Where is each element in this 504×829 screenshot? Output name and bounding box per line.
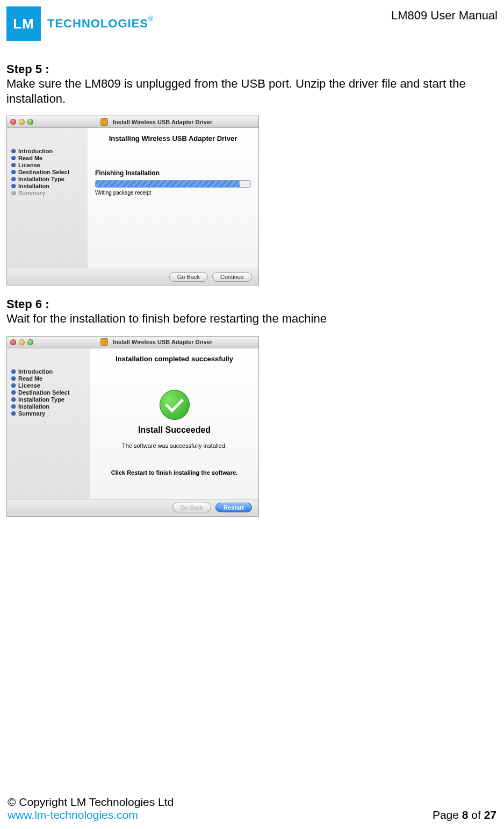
installer-window-2: Install Wireless USB Adapter Driver Intr… [6,336,259,517]
stage-label: Finishing Installation [95,169,251,177]
footer-left: © Copyright LM Technologies Ltd www.lm-t… [8,796,174,821]
sidebar-item: Read Me [11,375,86,382]
progress-bar [95,180,251,188]
zoom-icon[interactable] [27,339,33,345]
page-footer: © Copyright LM Technologies Ltd www.lm-t… [8,796,496,821]
installer-footer: Go Back Restart [7,499,258,516]
restart-button[interactable]: Restart [215,503,252,512]
installer-sidebar: Introduction Read Me License Destination… [7,128,88,268]
step5-body: Make sure the LM809 is unplugged from th… [6,76,498,106]
step6-body: Wait for the installation to finish befo… [6,311,498,326]
sidebar-item: Summary [11,410,86,417]
sidebar-item: Destination Select [11,169,83,175]
success-title: Install Succeeded [98,425,251,435]
registered-mark: ® [148,15,153,23]
page-header: LM TECHNOLOGIES® LM809 User Manual [6,6,498,41]
window-title: Install Wireless USB Adapter Driver [113,119,212,125]
go-back-button: Go Back [172,503,211,512]
sidebar-item: Read Me [11,155,83,161]
logo-mark: LM [6,6,41,41]
package-icon [100,118,108,126]
success-subtitle: The software was successfully installed. [98,442,251,449]
logo: LM TECHNOLOGIES® [6,6,153,41]
close-icon[interactable] [10,339,16,345]
sidebar-item: Installation Type [11,396,86,403]
package-icon [100,338,108,346]
copyright: © Copyright LM Technologies Ltd [8,796,174,809]
titlebar: Install Wireless USB Adapter Driver [7,116,258,128]
status-text: Writing package receipt [95,190,251,196]
installer-heading: Installation completed successfully [98,355,251,363]
success-note: Click Restart to finish installing the s… [98,469,251,476]
sidebar-item: Installation [11,183,83,189]
sidebar-item: Installation [11,403,86,410]
continue-button[interactable]: Continue [212,272,252,282]
titlebar: Install Wireless USB Adapter Driver [7,337,258,348]
installer-sidebar: Introduction Read Me License Destination… [7,348,90,499]
step6-heading: Step 6 : [6,297,498,311]
installer-footer: Go Back Continue [7,268,258,285]
sidebar-item: License [11,162,83,168]
sidebar-item: Installation Type [11,176,83,182]
success-check-icon [160,390,190,420]
page-number: Page 8 of 27 [433,809,496,821]
go-back-button[interactable]: Go Back [169,272,208,282]
installer-main: Installation completed successfully Inst… [90,348,258,499]
zoom-icon[interactable] [27,119,33,125]
sidebar-item: Introduction [11,148,83,154]
logo-text-label: TECHNOLOGIES [47,17,148,30]
minimize-icon[interactable] [19,339,25,345]
installer-window-1: Install Wireless USB Adapter Driver Intr… [6,116,259,285]
close-icon[interactable] [10,119,16,125]
sidebar-item: Destination Select [11,389,86,396]
sidebar-item: Introduction [11,368,86,375]
step5-heading: Step 5 : [6,62,498,76]
minimize-icon[interactable] [19,119,25,125]
window-title: Install Wireless USB Adapter Driver [113,339,212,345]
sidebar-item: Summary [11,190,83,196]
document-title: LM809 User Manual [391,6,498,23]
logo-text: TECHNOLOGIES® [47,17,153,31]
footer-url[interactable]: www.lm-technologies.com [8,809,138,821]
installer-heading: Installing Wireless USB Adapter Driver [95,134,251,142]
sidebar-item: License [11,382,86,389]
installer-main: Installing Wireless USB Adapter Driver F… [88,128,258,268]
